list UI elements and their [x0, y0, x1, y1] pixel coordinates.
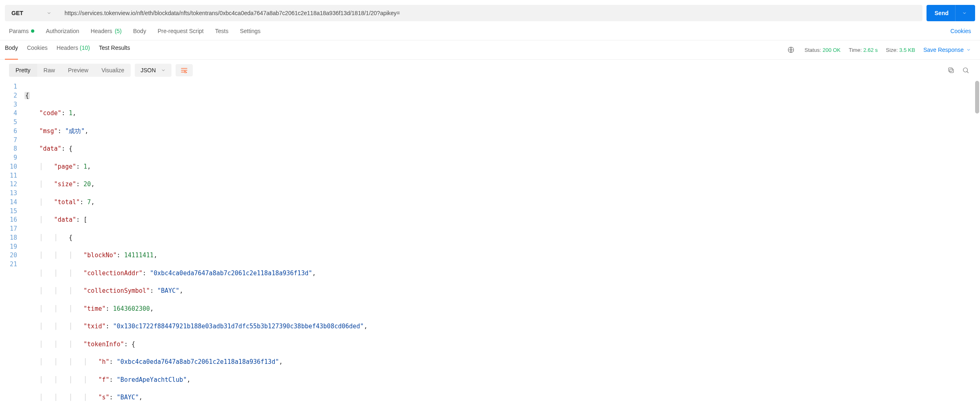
tab-label: Body: [5, 45, 18, 51]
format-label: JSON: [140, 67, 156, 74]
tab-params[interactable]: Params: [9, 28, 34, 34]
divider: [955, 5, 956, 21]
send-button-label: Send: [935, 10, 949, 16]
view-preview[interactable]: Preview: [62, 64, 95, 77]
tab-label: Tests: [215, 28, 229, 34]
send-button[interactable]: Send: [927, 5, 975, 21]
size-label: Size: 3.5 KB: [886, 47, 915, 53]
chevron-down-icon: [47, 11, 51, 16]
time-label: Time: 2.62 s: [849, 47, 878, 53]
cookies-link[interactable]: Cookies: [950, 28, 971, 34]
view-mode-segment: Pretty Raw Preview Visualize: [9, 64, 131, 77]
tab-body[interactable]: Body: [133, 28, 146, 34]
cookies-label: Cookies: [950, 28, 971, 34]
scrollbar-thumb[interactable]: [975, 81, 979, 114]
view-raw[interactable]: Raw: [37, 64, 62, 77]
search-icon[interactable]: [960, 65, 971, 76]
time-value: 2.62 s: [863, 47, 878, 53]
status-value: 200 OK: [822, 47, 840, 53]
code-content: { "code": 1, "msg": "成功", "data": { │ "p…: [21, 81, 371, 410]
response-tab-headers[interactable]: Headers (10): [57, 45, 90, 55]
tab-label: Test Results: [99, 45, 130, 51]
save-response-button[interactable]: Save Response: [923, 47, 971, 53]
response-tab-cookies[interactable]: Cookies: [27, 45, 48, 55]
save-response-label: Save Response: [923, 47, 964, 53]
tab-label: Settings: [240, 28, 261, 34]
tab-label: Body: [133, 28, 146, 34]
line-gutter: 1 2 3 4 5 6 7 8 9 10 11 12 13 14 15 16 1…: [0, 81, 21, 410]
response-body-code[interactable]: 1 2 3 4 5 6 7 8 9 10 11 12 13 14 15 16 1…: [0, 81, 980, 410]
headers-count: (5): [115, 28, 122, 34]
status-label: Status: 200 OK: [804, 47, 840, 53]
http-method-select[interactable]: GET: [5, 5, 58, 21]
wrap-icon: [180, 67, 188, 73]
request-tabs: Params Authorization Headers (5) Body Pr…: [0, 24, 980, 40]
tab-prerequest[interactable]: Pre-request Script: [158, 28, 204, 34]
tab-label: Authorization: [46, 28, 79, 34]
svg-rect-4: [949, 68, 952, 71]
view-bar: Pretty Raw Preview Visualize JSON: [0, 60, 980, 81]
view-visualize[interactable]: Visualize: [95, 64, 131, 77]
response-tabs: Body Cookies Headers (10) Test Results: [5, 45, 130, 55]
tab-label: Pre-request Script: [158, 28, 204, 34]
size-value: 3.5 KB: [899, 47, 915, 53]
tab-label: Cookies: [27, 45, 48, 51]
wrap-lines-button[interactable]: [176, 64, 193, 76]
tab-label: Headers: [57, 45, 78, 51]
svg-point-5: [963, 68, 968, 72]
chevron-down-icon: [962, 11, 967, 16]
response-tab-body[interactable]: Body: [5, 45, 18, 60]
tab-tests[interactable]: Tests: [215, 28, 229, 34]
tab-headers[interactable]: Headers (5): [91, 28, 122, 34]
tab-label: Params: [9, 28, 29, 34]
svg-rect-3: [950, 69, 953, 73]
tab-settings[interactable]: Settings: [240, 28, 261, 34]
http-method-label: GET: [11, 10, 23, 16]
response-meta: Body Cookies Headers (10) Test Results S…: [0, 40, 980, 60]
copy-icon[interactable]: [946, 65, 956, 76]
svg-line-6: [967, 71, 969, 73]
chevron-down-icon: [966, 47, 971, 52]
format-select[interactable]: JSON: [135, 64, 171, 77]
tab-authorization[interactable]: Authorization: [46, 28, 79, 34]
active-dot-icon: [31, 29, 34, 33]
globe-icon[interactable]: [786, 45, 796, 55]
response-tab-test-results[interactable]: Test Results: [99, 45, 130, 55]
tab-label: Headers: [91, 28, 112, 34]
request-bar: GET Send: [0, 0, 980, 24]
chevron-down-icon: [161, 68, 166, 73]
request-url-input[interactable]: [58, 5, 922, 21]
headers-count: (10): [80, 45, 90, 51]
view-pretty[interactable]: Pretty: [9, 64, 37, 77]
